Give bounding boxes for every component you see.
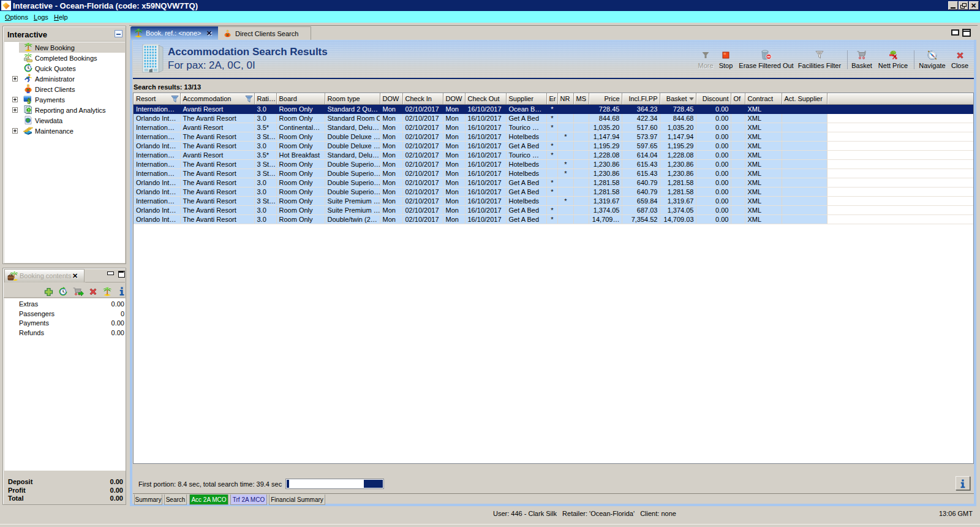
svg-text:$: $	[28, 97, 31, 105]
